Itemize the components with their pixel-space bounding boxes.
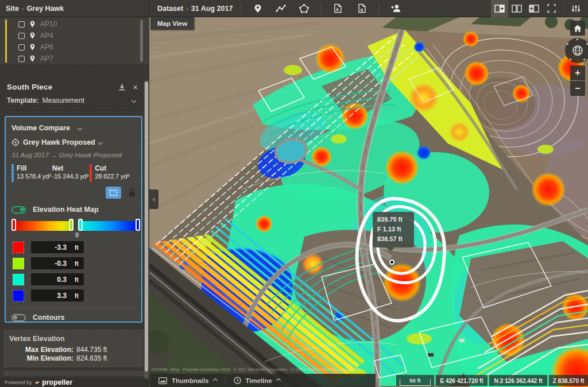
timeline-toggle[interactable]: Timeline xyxy=(226,374,288,387)
sidebar-scrollbar[interactable] xyxy=(144,80,149,379)
polygon-tool-icon[interactable] xyxy=(295,0,312,17)
gradient-handle[interactable] xyxy=(78,219,83,231)
checkbox[interactable] xyxy=(18,21,25,28)
reference-surface-selector[interactable]: Grey Hawk Proposed xyxy=(11,138,136,146)
polyline-tool-icon[interactable] xyxy=(272,0,289,17)
chevron-down-icon xyxy=(98,140,103,145)
breadcrumb-dataset[interactable]: Dataset › 31 Aug 2017 xyxy=(149,0,241,17)
target-icon xyxy=(11,138,20,146)
map-rendering xyxy=(149,17,588,387)
app-window: Site › Grey Hawk Dataset › 31 Aug 2017 A xyxy=(0,0,588,387)
gradient-handle[interactable] xyxy=(69,219,74,231)
gradient-handle[interactable] xyxy=(136,219,140,231)
layout-split-icon[interactable] xyxy=(508,0,525,17)
volume-compare-selector[interactable]: Volume Compare xyxy=(11,124,136,132)
fill-result: Fill 13 578.4 yd³ xyxy=(11,164,51,182)
measurement-title: South Piece xyxy=(7,83,52,91)
sidebar-collapse-button[interactable]: ‹ xyxy=(149,189,158,209)
compass-tick xyxy=(583,59,585,60)
pin-icon xyxy=(30,21,35,28)
layout-single-right-icon[interactable] xyxy=(491,0,508,17)
powered-by-label: Powered by xyxy=(5,380,32,385)
compass-tick xyxy=(577,38,578,40)
close-icon[interactable]: × xyxy=(133,83,138,91)
zoom-out-button[interactable]: − xyxy=(570,81,585,96)
settings-sliders-icon[interactable] xyxy=(567,0,585,17)
measurement-header: South Piece × Template: Measurement xyxy=(0,77,145,110)
elevation-tooltip: 839.70 ft F 1.13 ft 838.57 ft xyxy=(373,212,414,247)
template-label: Template: xyxy=(7,96,39,105)
layout-single-left-icon[interactable] xyxy=(525,0,543,17)
legend-swatch xyxy=(13,242,24,253)
export-spreadsheet-icon[interactable]: X xyxy=(353,0,370,17)
zoom-in-button[interactable]: + xyxy=(570,65,585,80)
home-view-button[interactable] xyxy=(570,21,585,36)
breadcrumb-separator: › xyxy=(186,5,188,12)
cut-gradient-bar[interactable] xyxy=(13,221,72,231)
breadcrumb-site[interactable]: Site › Grey Hawk xyxy=(0,0,149,17)
legend-row: 0.3 ft xyxy=(11,273,136,285)
legend-value-input[interactable]: -0.3 ft xyxy=(31,257,84,269)
clock-icon xyxy=(234,377,241,384)
legend-value: 3.3 xyxy=(57,292,67,300)
fill-value: 13 578.4 yd³ xyxy=(17,172,51,181)
list-item[interactable]: AP6 xyxy=(0,41,149,53)
legend-swatch xyxy=(13,290,24,301)
fullscreen-icon[interactable] xyxy=(543,0,560,17)
legend-row: -3.3 ft xyxy=(11,241,136,253)
cut-color-bar xyxy=(90,164,92,182)
legend-value-input[interactable]: 3.3 ft xyxy=(31,289,84,301)
map-viewport[interactable] xyxy=(149,17,588,387)
legend-row: 3.3 ft xyxy=(11,289,136,301)
vertex-elevation-panel: Vertex Elevation Max Elevation: 844.735 … xyxy=(3,330,144,367)
download-icon[interactable] xyxy=(118,83,126,91)
breadcrumb-separator: › xyxy=(22,5,24,12)
lock-icon[interactable] xyxy=(128,188,136,197)
checkbox[interactable] xyxy=(18,44,25,51)
legend-unit: ft xyxy=(75,292,79,299)
list-item[interactable]: AP10 xyxy=(0,18,149,30)
list-item[interactable]: AP4 xyxy=(0,30,149,41)
thumbnails-toggle[interactable]: Thumbnails xyxy=(150,374,225,387)
sidebar-scrollbar-thumb[interactable] xyxy=(145,82,148,371)
propeller-logo-icon: ◂• xyxy=(35,380,40,385)
list-item[interactable]: AP7 xyxy=(0,53,149,64)
coordinate-easting: E 426 421.720 ft xyxy=(435,375,488,386)
net-result: Net -15 244.3 yd³ xyxy=(52,164,88,182)
template-value: Measurement xyxy=(42,96,84,105)
divider xyxy=(563,3,564,14)
checkbox[interactable] xyxy=(18,56,25,62)
tooltip-surface-elevation: 838.57 ft xyxy=(377,234,409,244)
next-panel-edge xyxy=(3,371,144,376)
map-point-marker[interactable] xyxy=(389,260,394,265)
gradient-handle[interactable] xyxy=(11,219,16,231)
toggle-on-icon xyxy=(11,206,26,214)
tab-map-view[interactable]: Map View xyxy=(150,17,194,30)
legend-swatch xyxy=(13,274,24,285)
heatmap-toggle[interactable]: Elevation Heat Map xyxy=(11,206,136,214)
legend-value-input[interactable]: 0.3 ft xyxy=(31,273,84,285)
contours-toggle-label: Contours xyxy=(33,314,65,322)
template-selector[interactable]: Template: Measurement xyxy=(7,96,138,110)
marker-tool-icon[interactable] xyxy=(249,0,266,17)
legend-value: -0.3 xyxy=(55,260,67,268)
marquee-icon xyxy=(109,189,118,196)
thumbnails-icon xyxy=(158,377,167,384)
legend-value-input[interactable]: -3.3 ft xyxy=(31,241,84,253)
share-add-user-icon[interactable] xyxy=(387,0,404,17)
volume-compare-title: Volume Compare xyxy=(11,124,70,132)
compass-globe-control[interactable] xyxy=(565,38,588,63)
contours-toggle[interactable]: Contours xyxy=(11,314,136,322)
propeller-brand[interactable]: propeller xyxy=(42,378,72,386)
reference-surface-name: Grey Hawk Proposed xyxy=(23,138,95,146)
coordinate-northing: N 2 126 362.442 ft xyxy=(489,375,547,386)
layer-label: AP10 xyxy=(40,20,57,28)
export-pdf-icon[interactable]: A xyxy=(329,0,346,17)
checkbox[interactable] xyxy=(18,33,25,39)
cut-label: Cut xyxy=(95,164,129,172)
legend-unit: ft xyxy=(75,276,79,283)
fill-gradient-bar[interactable] xyxy=(79,221,139,231)
tooltip-fill-delta: F 1.13 ft xyxy=(377,225,409,234)
edit-boundary-button[interactable] xyxy=(106,187,121,199)
list-scrollbar[interactable] xyxy=(140,20,143,62)
